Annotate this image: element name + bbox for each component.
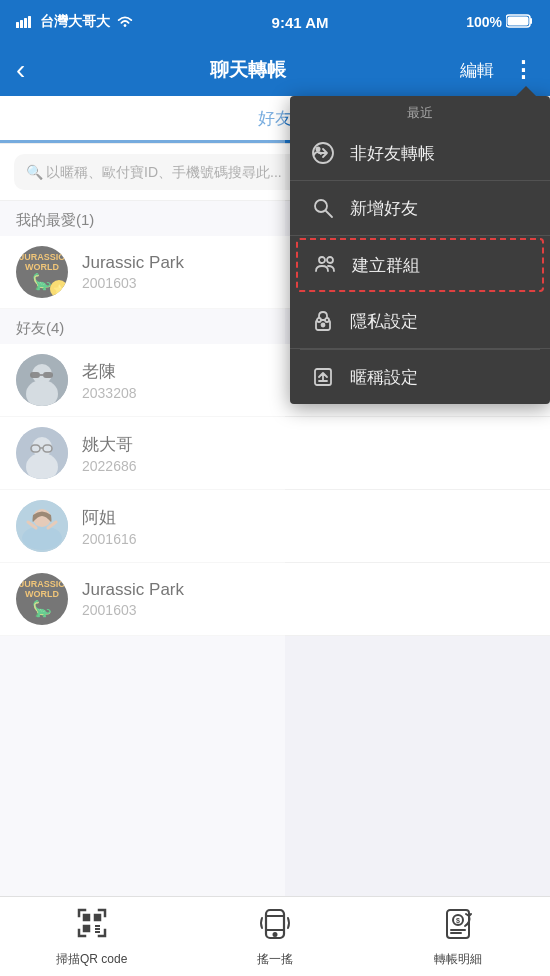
lock-icon: [310, 308, 336, 334]
svg-rect-2: [24, 18, 27, 28]
svg-text:$: $: [456, 917, 460, 925]
non-friend-transfer-item[interactable]: 非好友轉帳: [290, 126, 550, 181]
svg-line-27: [326, 211, 332, 217]
svg-point-26: [315, 200, 327, 212]
svg-point-32: [317, 318, 321, 322]
privacy-settings-item[interactable]: 隱私設定: [290, 294, 550, 349]
svg-rect-3: [28, 16, 31, 28]
svg-rect-36: [84, 915, 89, 920]
signal-icon: [16, 14, 34, 31]
carrier-name: 台灣大哥大: [40, 13, 110, 31]
battery-icon: [506, 14, 534, 31]
transfer-icon: [310, 140, 336, 166]
status-right: 100%: [466, 14, 534, 31]
qr-scan-label: 掃描QR code: [56, 951, 127, 968]
search-icon: [310, 195, 336, 221]
wifi-icon: [116, 14, 134, 31]
add-friend-item[interactable]: 新增好友: [290, 181, 550, 236]
transfer-detail-icon: $: [441, 906, 475, 947]
create-group-item[interactable]: 建立群組: [296, 238, 544, 292]
edit-icon: [310, 364, 336, 390]
svg-rect-37: [95, 915, 100, 920]
non-friend-transfer-label: 非好友轉帳: [350, 142, 435, 165]
more-button[interactable]: ⋮: [512, 57, 534, 83]
shake-label: 搖一搖: [257, 951, 293, 968]
svg-point-45: [273, 933, 276, 936]
back-button[interactable]: ‹: [16, 54, 35, 86]
status-left: 台灣大哥大: [16, 13, 134, 31]
nickname-settings-item[interactable]: 暱稱設定: [290, 350, 550, 404]
shake-icon: [258, 906, 292, 947]
group-icon: [312, 252, 338, 278]
transfer-detail-tab[interactable]: $ 轉帳明細: [367, 906, 550, 968]
svg-point-28: [319, 257, 325, 263]
dropdown-menu: 最近 非好友轉帳 新增好友: [290, 96, 550, 404]
svg-rect-6: [508, 16, 529, 25]
svg-point-4: [124, 24, 127, 27]
dropdown-arrow: [516, 86, 536, 96]
dropdown-section-label: 最近: [290, 96, 550, 126]
svg-point-29: [327, 257, 333, 263]
svg-rect-38: [84, 926, 89, 931]
status-time: 9:41 AM: [272, 14, 329, 31]
page-title: 聊天轉帳: [210, 57, 286, 83]
svg-point-33: [325, 318, 329, 322]
battery-percent: 100%: [466, 14, 502, 30]
create-group-label: 建立群組: [352, 254, 420, 277]
status-bar: 台灣大哥大 9:41 AM 100%: [0, 0, 550, 44]
bottom-tab-bar: 掃描QR code 搖一搖 $: [0, 896, 550, 976]
edit-button[interactable]: 編輯: [460, 59, 494, 82]
nickname-settings-label: 暱稱設定: [350, 366, 418, 389]
svg-point-25: [316, 147, 321, 152]
transfer-detail-label: 轉帳明細: [434, 951, 482, 968]
nav-bar: ‹ 聊天轉帳 編輯 ⋮: [0, 44, 550, 96]
svg-point-31: [322, 324, 325, 327]
shake-tab[interactable]: 搖一搖: [183, 906, 366, 968]
dim-overlay: [0, 96, 285, 896]
privacy-settings-label: 隱私設定: [350, 310, 418, 333]
svg-rect-0: [16, 22, 19, 28]
qr-scan-tab[interactable]: 掃描QR code: [0, 906, 183, 968]
qr-scan-icon: [75, 906, 109, 947]
add-friend-label: 新增好友: [350, 197, 418, 220]
svg-rect-1: [20, 20, 23, 28]
